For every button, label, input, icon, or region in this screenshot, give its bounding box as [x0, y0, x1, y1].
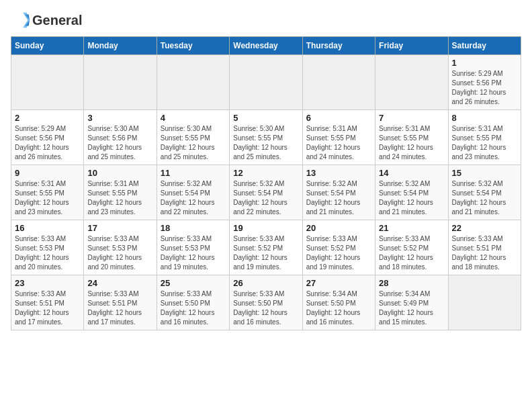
- day-info: Sunrise: 5:32 AM Sunset: 5:54 PM Dayligh…: [161, 179, 226, 217]
- header-saturday: Saturday: [448, 37, 521, 55]
- day-info: Sunrise: 5:33 AM Sunset: 5:50 PM Dayligh…: [161, 289, 226, 327]
- day-number: 15: [452, 168, 517, 178]
- calendar-cell: [448, 275, 521, 330]
- day-number: 16: [15, 223, 80, 233]
- day-number: 17: [87, 223, 152, 233]
- day-info: Sunrise: 5:30 AM Sunset: 5:56 PM Dayligh…: [87, 124, 152, 162]
- calendar-cell: [157, 55, 229, 110]
- calendar-cell: 14Sunrise: 5:32 AM Sunset: 5:54 PM Dayli…: [375, 165, 448, 220]
- calendar-table: SundayMondayTuesdayWednesdayThursdayFrid…: [11, 36, 521, 330]
- logo-icon: [11, 11, 30, 30]
- day-info: Sunrise: 5:33 AM Sunset: 5:51 PM Dayligh…: [452, 234, 517, 272]
- day-number: 26: [233, 278, 298, 288]
- week-row-5: 23Sunrise: 5:33 AM Sunset: 5:51 PM Dayli…: [11, 275, 521, 330]
- day-number: 3: [87, 113, 152, 123]
- day-number: 19: [233, 223, 298, 233]
- day-info: Sunrise: 5:31 AM Sunset: 5:55 PM Dayligh…: [306, 124, 371, 162]
- calendar-cell: 12Sunrise: 5:32 AM Sunset: 5:54 PM Dayli…: [230, 165, 302, 220]
- day-number: 18: [161, 223, 226, 233]
- calendar-cell: 9Sunrise: 5:31 AM Sunset: 5:55 PM Daylig…: [11, 165, 84, 220]
- day-info: Sunrise: 5:33 AM Sunset: 5:53 PM Dayligh…: [87, 234, 152, 272]
- day-info: Sunrise: 5:30 AM Sunset: 5:55 PM Dayligh…: [161, 124, 226, 162]
- week-row-3: 9Sunrise: 5:31 AM Sunset: 5:55 PM Daylig…: [11, 165, 521, 220]
- day-number: 24: [87, 278, 152, 288]
- day-number: 2: [15, 113, 80, 123]
- day-number: 11: [161, 168, 226, 178]
- calendar-cell: 10Sunrise: 5:31 AM Sunset: 5:55 PM Dayli…: [84, 165, 157, 220]
- calendar-cell: 24Sunrise: 5:33 AM Sunset: 5:51 PM Dayli…: [84, 275, 157, 330]
- day-info: Sunrise: 5:33 AM Sunset: 5:52 PM Dayligh…: [379, 234, 444, 272]
- day-info: Sunrise: 5:32 AM Sunset: 5:54 PM Dayligh…: [452, 179, 517, 217]
- day-info: Sunrise: 5:33 AM Sunset: 5:50 PM Dayligh…: [233, 289, 298, 327]
- day-info: Sunrise: 5:29 AM Sunset: 5:56 PM Dayligh…: [452, 69, 517, 107]
- calendar-cell: 23Sunrise: 5:33 AM Sunset: 5:51 PM Dayli…: [11, 275, 84, 330]
- header-thursday: Thursday: [302, 37, 375, 55]
- day-info: Sunrise: 5:33 AM Sunset: 5:53 PM Dayligh…: [15, 234, 80, 272]
- calendar-cell: 4Sunrise: 5:30 AM Sunset: 5:55 PM Daylig…: [157, 110, 229, 165]
- day-info: Sunrise: 5:32 AM Sunset: 5:54 PM Dayligh…: [233, 179, 298, 217]
- day-number: 6: [306, 113, 371, 123]
- day-number: 23: [15, 278, 80, 288]
- calendar-cell: 16Sunrise: 5:33 AM Sunset: 5:53 PM Dayli…: [11, 220, 84, 275]
- calendar-cell: 8Sunrise: 5:31 AM Sunset: 5:55 PM Daylig…: [448, 110, 521, 165]
- week-row-2: 2Sunrise: 5:29 AM Sunset: 5:56 PM Daylig…: [11, 110, 521, 165]
- day-number: 14: [379, 168, 444, 178]
- calendar-cell: 25Sunrise: 5:33 AM Sunset: 5:50 PM Dayli…: [157, 275, 229, 330]
- day-info: Sunrise: 5:33 AM Sunset: 5:53 PM Dayligh…: [161, 234, 226, 272]
- calendar-cell: 6Sunrise: 5:31 AM Sunset: 5:55 PM Daylig…: [302, 110, 375, 165]
- calendar-cell: 19Sunrise: 5:33 AM Sunset: 5:52 PM Dayli…: [230, 220, 302, 275]
- day-info: Sunrise: 5:33 AM Sunset: 5:51 PM Dayligh…: [87, 289, 152, 327]
- day-number: 8: [452, 113, 517, 123]
- calendar-cell: 17Sunrise: 5:33 AM Sunset: 5:53 PM Dayli…: [84, 220, 157, 275]
- page-header: General: [11, 11, 521, 30]
- calendar-cell: 18Sunrise: 5:33 AM Sunset: 5:53 PM Dayli…: [157, 220, 229, 275]
- day-number: 22: [452, 223, 517, 233]
- logo-text: General: [32, 13, 82, 28]
- calendar-cell: 27Sunrise: 5:34 AM Sunset: 5:50 PM Dayli…: [302, 275, 375, 330]
- day-info: Sunrise: 5:33 AM Sunset: 5:51 PM Dayligh…: [15, 289, 80, 327]
- calendar-cell: 28Sunrise: 5:34 AM Sunset: 5:49 PM Dayli…: [375, 275, 448, 330]
- day-info: Sunrise: 5:29 AM Sunset: 5:56 PM Dayligh…: [15, 124, 80, 162]
- calendar-cell: 15Sunrise: 5:32 AM Sunset: 5:54 PM Dayli…: [448, 165, 521, 220]
- day-number: 5: [233, 113, 298, 123]
- day-info: Sunrise: 5:31 AM Sunset: 5:55 PM Dayligh…: [87, 179, 152, 217]
- day-number: 10: [87, 168, 152, 178]
- day-number: 21: [379, 223, 444, 233]
- calendar-cell: 5Sunrise: 5:30 AM Sunset: 5:55 PM Daylig…: [230, 110, 302, 165]
- calendar-cell: 7Sunrise: 5:31 AM Sunset: 5:55 PM Daylig…: [375, 110, 448, 165]
- calendar-cell: 3Sunrise: 5:30 AM Sunset: 5:56 PM Daylig…: [84, 110, 157, 165]
- calendar-cell: [230, 55, 302, 110]
- day-info: Sunrise: 5:31 AM Sunset: 5:55 PM Dayligh…: [379, 124, 444, 162]
- day-number: 4: [161, 113, 226, 123]
- day-number: 13: [306, 168, 371, 178]
- day-number: 27: [306, 278, 371, 288]
- week-row-1: 1Sunrise: 5:29 AM Sunset: 5:56 PM Daylig…: [11, 55, 521, 110]
- day-number: 12: [233, 168, 298, 178]
- calendar-cell: [302, 55, 375, 110]
- header-monday: Monday: [84, 37, 157, 55]
- day-info: Sunrise: 5:33 AM Sunset: 5:52 PM Dayligh…: [233, 234, 298, 272]
- calendar-cell: [84, 55, 157, 110]
- calendar-cell: [375, 55, 448, 110]
- calendar-cell: 20Sunrise: 5:33 AM Sunset: 5:52 PM Dayli…: [302, 220, 375, 275]
- calendar-cell: 22Sunrise: 5:33 AM Sunset: 5:51 PM Dayli…: [448, 220, 521, 275]
- header-sunday: Sunday: [11, 37, 84, 55]
- calendar-header-row: SundayMondayTuesdayWednesdayThursdayFrid…: [11, 37, 521, 55]
- calendar-cell: 2Sunrise: 5:29 AM Sunset: 5:56 PM Daylig…: [11, 110, 84, 165]
- day-info: Sunrise: 5:31 AM Sunset: 5:55 PM Dayligh…: [15, 179, 80, 217]
- day-info: Sunrise: 5:32 AM Sunset: 5:54 PM Dayligh…: [379, 179, 444, 217]
- calendar-cell: 13Sunrise: 5:32 AM Sunset: 5:54 PM Dayli…: [302, 165, 375, 220]
- day-info: Sunrise: 5:33 AM Sunset: 5:52 PM Dayligh…: [306, 234, 371, 272]
- day-number: 9: [15, 168, 80, 178]
- week-row-4: 16Sunrise: 5:33 AM Sunset: 5:53 PM Dayli…: [11, 220, 521, 275]
- header-friday: Friday: [375, 37, 448, 55]
- day-info: Sunrise: 5:32 AM Sunset: 5:54 PM Dayligh…: [306, 179, 371, 217]
- calendar-cell: 1Sunrise: 5:29 AM Sunset: 5:56 PM Daylig…: [448, 55, 521, 110]
- calendar-cell: 26Sunrise: 5:33 AM Sunset: 5:50 PM Dayli…: [230, 275, 302, 330]
- logo: General: [11, 11, 82, 30]
- day-number: 28: [379, 278, 444, 288]
- calendar-cell: 11Sunrise: 5:32 AM Sunset: 5:54 PM Dayli…: [157, 165, 229, 220]
- day-info: Sunrise: 5:30 AM Sunset: 5:55 PM Dayligh…: [233, 124, 298, 162]
- calendar-cell: [11, 55, 84, 110]
- day-number: 20: [306, 223, 371, 233]
